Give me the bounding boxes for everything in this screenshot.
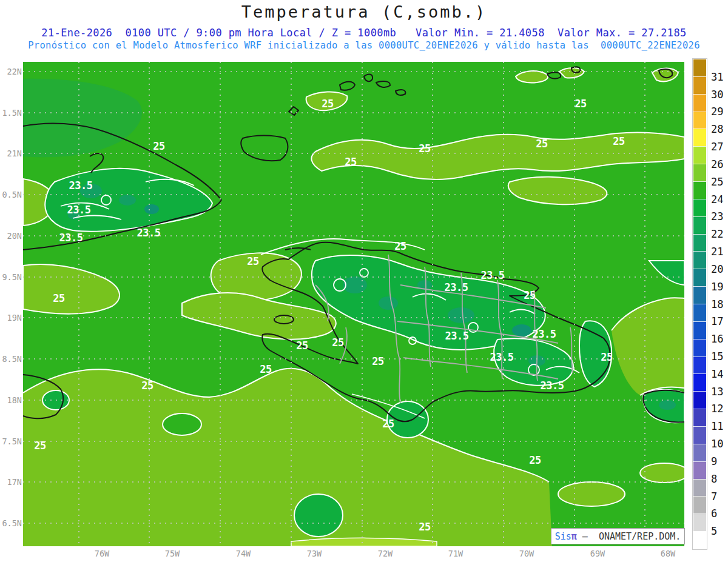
colorbar-cell-4	[693, 129, 706, 146]
contour-value-label: 25	[296, 340, 308, 352]
colorbar-cell-9	[693, 216, 706, 234]
colorbar-cell-19	[693, 391, 706, 409]
contour-value-label: 25	[613, 135, 624, 147]
colorbar	[692, 58, 707, 550]
contour-value-label: 23.5	[490, 351, 514, 363]
lat-label-9.5N: 9.5N	[0, 272, 22, 282]
colorbar-tick-31: 31	[711, 72, 723, 82]
contour-value-label: 25	[260, 363, 271, 375]
forecast-valid-time-line: 21-Ene-2026 0100 UTC / 9:00 pm Hora Loca…	[0, 27, 728, 39]
lat-label-1.5N: 1.5N	[0, 108, 22, 118]
colorbar-tick-18: 18	[711, 299, 723, 310]
contour-value-label: 25	[419, 521, 430, 533]
contour-value-label: 25	[601, 351, 612, 363]
map-canvas	[23, 62, 684, 546]
lon-label-72W: 72W	[372, 549, 399, 558]
colorbar-cell-21	[693, 426, 706, 444]
contour-value-label: 25	[536, 138, 547, 150]
lat-label-0.5N: 0.5N	[0, 190, 22, 199]
contour-value-label: 25	[372, 355, 383, 367]
colorbar-tick-17: 17	[711, 316, 723, 327]
colorbar-cell-26	[693, 513, 706, 531]
contour-value-label: 25	[575, 98, 586, 110]
contour-value-label: 25	[141, 380, 153, 392]
colorbar-tick-19: 19	[711, 281, 723, 292]
colorbar-cell-7	[693, 181, 706, 199]
lon-label-70W: 70W	[513, 549, 540, 558]
contour-value-label: 25	[345, 156, 356, 168]
contour-value-label: 25	[529, 454, 541, 466]
lon-label-76W: 76W	[89, 549, 115, 558]
colorbar-tick-16: 16	[711, 333, 723, 344]
contour-value-label: 23.5	[69, 179, 93, 192]
colorbar-cell-17	[693, 356, 706, 374]
colorbar-tick-27: 27	[711, 141, 723, 152]
colorbar-cell-27	[693, 531, 706, 549]
contour-value-label: 25	[153, 140, 164, 152]
model-init-line: Pronóstico con el Modelo Atmosferico WRF…	[0, 40, 728, 51]
colorbar-cell-15	[693, 321, 706, 339]
colorbar-cell-16	[693, 339, 706, 356]
lon-label-69W: 69W	[584, 549, 611, 558]
contour-value-label: 25	[53, 292, 64, 304]
credit-sis: Sis	[555, 531, 571, 542]
weather-map-screen: Temperatura (C,somb.) 21-Ene-2026 0100 U…	[0, 0, 728, 562]
colorbar-cell-11	[693, 251, 706, 269]
colorbar-tick-28: 28	[711, 124, 723, 135]
contour-value-label: 25	[332, 336, 343, 349]
colorbar-cell-0	[693, 59, 706, 76]
page-title: Temperatura (C,somb.)	[0, 2, 728, 21]
lat-label-22N: 22N	[0, 67, 22, 76]
colorbar-cell-8	[693, 199, 706, 216]
contour-value-label: 23.5	[137, 227, 161, 239]
colorbar-cell-13	[693, 286, 706, 304]
lon-label-75W: 75W	[159, 549, 186, 558]
colorbar-tick-23: 23	[711, 211, 723, 222]
contour-value-label: 23.5	[445, 281, 468, 293]
colorbar-cells	[693, 59, 706, 549]
lat-label-21N: 21N	[0, 149, 22, 158]
colorbar-cell-14	[693, 304, 706, 321]
lat-label-8.5N: 8.5N	[0, 354, 22, 364]
lat-label-6.5N: 6.5N	[0, 518, 22, 528]
warm-strip-26-27	[291, 538, 437, 546]
lon-label-68W: 68W	[655, 549, 681, 558]
temperature-map: 2525252525252525252525252525252525252525…	[23, 62, 684, 546]
colorbar-tick-30: 30	[711, 89, 723, 100]
colorbar-cell-2	[693, 94, 706, 112]
colorbar-cell-10	[693, 234, 706, 252]
colorbar-tick-9: 9	[711, 456, 717, 467]
colorbar-tick-7: 7	[711, 491, 717, 502]
lat-label-19N: 19N	[0, 313, 22, 323]
contour-value-label: 23.5	[541, 380, 564, 392]
credit-pi-icon: π	[571, 531, 577, 542]
contour-value-label: 25	[394, 240, 406, 252]
colorbar-tick-15: 15	[711, 351, 723, 362]
credit-org: – ONAMET/REP.DOM.	[577, 531, 681, 542]
contour-value-label: 25	[524, 289, 535, 301]
colorbar-cell-12	[693, 269, 706, 286]
contour-value-label: 25	[419, 142, 430, 155]
contour-value-label: 25	[247, 255, 258, 267]
colorbar-cell-22	[693, 444, 706, 461]
colorbar-tick-20: 20	[711, 264, 723, 275]
contour-value-label: 25	[382, 418, 394, 430]
colorbar-tick-21: 21	[711, 246, 723, 257]
colorbar-tick-26: 26	[711, 159, 723, 170]
lat-label-17N: 17N	[0, 477, 22, 487]
colorbar-tick-12: 12	[711, 403, 723, 414]
colorbar-cell-23	[693, 461, 706, 479]
colorbar-tick-14: 14	[711, 369, 723, 380]
lat-label-20N: 20N	[0, 231, 22, 241]
colorbar-tick-6: 6	[711, 508, 717, 519]
colorbar-cell-5	[693, 146, 706, 164]
colorbar-cell-25	[693, 496, 706, 513]
colorbar-tick-24: 24	[711, 194, 723, 205]
contour-value-label: 23.5	[67, 204, 91, 216]
lon-label-71W: 71W	[442, 549, 469, 558]
colorbar-tick-5: 5	[711, 526, 717, 537]
colorbar-tick-8: 8	[711, 473, 717, 484]
colorbar-tick-25: 25	[711, 176, 723, 187]
colorbar-cell-24	[693, 479, 706, 497]
colorbar-tick-11: 11	[711, 421, 723, 432]
